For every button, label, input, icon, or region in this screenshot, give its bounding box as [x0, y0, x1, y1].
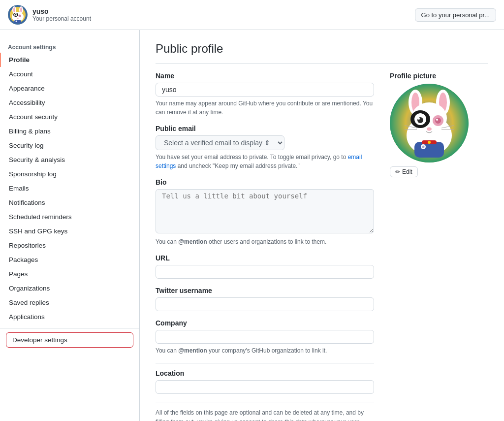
svg-point-11: [17, 18, 19, 19]
main-content: Public profile Name Your name may appear…: [140, 30, 504, 421]
svg-point-5: [20, 7, 22, 12]
url-label: URL: [156, 254, 374, 262]
section-divider: [156, 363, 374, 363]
sidebar-item-security-log[interactable]: Security log: [0, 138, 139, 153]
edit-profile-picture-button[interactable]: ✏ Edit: [390, 166, 418, 177]
location-field-group: Location: [156, 369, 374, 394]
sidebar-item-accessibility[interactable]: Accessibility: [0, 96, 139, 110]
location-input[interactable]: [156, 380, 374, 394]
sidebar-section-title: Account settings: [0, 40, 139, 53]
sidebar-item-packages[interactable]: Packages: [0, 253, 139, 267]
sidebar-item-notifications[interactable]: Notifications: [0, 195, 139, 210]
email-helper-text-1: You have set your email address to priva…: [156, 154, 348, 161]
svg-point-37: [428, 141, 431, 144]
layout: Account settings Profile Account Appeara…: [0, 30, 504, 421]
user-name-block: yuso Your personal account: [32, 7, 91, 22]
svg-point-26: [435, 118, 441, 124]
sidebar-item-developer-settings[interactable]: Developer settings: [6, 332, 133, 348]
company-label: Company: [156, 319, 374, 327]
bio-label: Bio: [156, 178, 374, 186]
avatar: [8, 5, 28, 25]
sidebar-item-scheduled-reminders[interactable]: Scheduled reminders: [0, 210, 139, 224]
sidebar-item-applications[interactable]: Applications: [0, 310, 139, 324]
sidebar-item-security-analysis[interactable]: Security & analysis: [0, 153, 139, 167]
name-label: Name: [156, 72, 374, 80]
pencil-icon: ✏: [395, 168, 400, 175]
sidebar: Account settings Profile Account Appeara…: [0, 30, 140, 421]
page-title: Public profile: [156, 42, 488, 64]
svg-point-13: [16, 21, 17, 22]
twitter-input[interactable]: [156, 297, 374, 311]
top-header: yuso Your personal account Go to your pe…: [0, 0, 504, 30]
sidebar-item-account[interactable]: Account: [0, 67, 139, 81]
sidebar-divider: [0, 328, 139, 328]
sidebar-item-saved-replies[interactable]: Saved replies: [0, 295, 139, 310]
svg-point-9: [15, 14, 17, 16]
sidebar-item-billing-plans[interactable]: Billing & plans: [0, 124, 139, 138]
personal-profile-button[interactable]: Go to your personal pr...: [415, 8, 496, 22]
email-label: Public email: [156, 125, 374, 132]
twitter-label: Twitter username: [156, 287, 374, 294]
form-disclaimer: All of the fields on this page are optio…: [156, 402, 374, 421]
sidebar-item-appearance[interactable]: Appearance: [0, 81, 139, 96]
profile-picture-area: Profile picture: [390, 72, 488, 421]
username: yuso: [32, 7, 91, 15]
sidebar-item-ssh-gpg-keys[interactable]: SSH and GPG keys: [0, 224, 139, 238]
sidebar-item-profile[interactable]: Profile: [0, 53, 139, 67]
svg-point-35: [422, 146, 425, 148]
twitter-field-group: Twitter username: [156, 287, 374, 311]
bio-field-group: Bio You can @mention other users and org…: [156, 178, 374, 246]
url-field-group: URL: [156, 254, 374, 279]
company-input[interactable]: [156, 330, 374, 344]
sidebar-item-organizations[interactable]: Organizations: [0, 281, 139, 295]
profile-picture-container: [390, 84, 469, 162]
sidebar-item-emails[interactable]: Emails: [0, 181, 139, 195]
bio-textarea[interactable]: [156, 189, 374, 233]
email-field-group: Public email Select a verified email to …: [156, 125, 374, 170]
user-subtitle: Your personal account: [32, 15, 91, 22]
form-area: Name Your name may appear around GitHub …: [156, 72, 374, 421]
svg-point-10: [19, 15, 21, 17]
sidebar-item-pages[interactable]: Pages: [0, 267, 139, 281]
svg-point-27: [436, 119, 438, 121]
content-grid: Name Your name may appear around GitHub …: [156, 72, 488, 421]
location-label: Location: [156, 369, 374, 377]
email-helper-text-2: and uncheck "Keep my email address priva…: [176, 162, 299, 169]
email-select[interactable]: Select a verified email to display ⇕: [156, 135, 284, 150]
svg-point-24: [418, 118, 420, 120]
sidebar-item-account-security[interactable]: Account security: [0, 110, 139, 124]
user-info: yuso Your personal account: [8, 5, 91, 25]
svg-point-28: [427, 128, 432, 131]
sidebar-item-sponsorship-log[interactable]: Sponsorship log: [0, 167, 139, 181]
name-input[interactable]: [156, 83, 374, 97]
profile-picture-title: Profile picture: [390, 72, 488, 80]
email-helper: You have set your email address to priva…: [156, 153, 374, 170]
url-input[interactable]: [156, 265, 374, 279]
disclaimer-text-1: All of the fields on this page are optio…: [156, 409, 364, 421]
name-helper: Your name may appear around GitHub where…: [156, 99, 374, 117]
company-helper: You can @mention your company's GitHub o…: [156, 346, 374, 355]
svg-point-4: [13, 7, 15, 12]
bio-helper: You can @mention other users and organiz…: [156, 237, 374, 246]
edit-label: Edit: [402, 168, 412, 175]
name-field-group: Name Your name may appear around GitHub …: [156, 72, 374, 117]
sidebar-item-repositories[interactable]: Repositories: [0, 238, 139, 253]
svg-rect-12: [14, 20, 21, 23]
company-field-group: Company You can @mention your company's …: [156, 319, 374, 355]
